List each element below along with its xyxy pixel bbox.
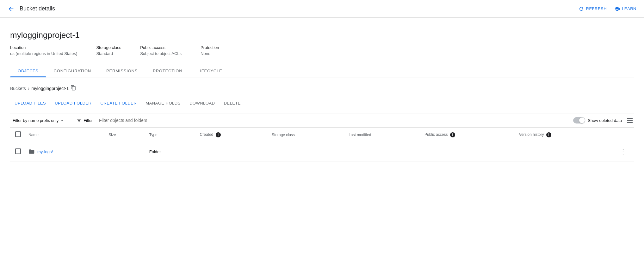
created-info-icon[interactable]: i: [216, 132, 221, 137]
filter-right: Show deleted data: [573, 117, 634, 124]
breadcrumb-current-label: myloggingproject-1: [31, 86, 69, 91]
th-type: Type: [144, 128, 195, 142]
public-access-info-icon[interactable]: i: [450, 132, 455, 137]
toggle-thumb: [579, 117, 585, 123]
row-checkbox-cell: [10, 142, 23, 161]
meta-location: Location us (multiple regions in United …: [10, 45, 77, 56]
row-checkbox[interactable]: [15, 148, 21, 154]
row-last-modified: —: [344, 142, 419, 161]
table-header: Name Size Type Created i Storage class L…: [10, 128, 634, 142]
row-created: —: [195, 142, 267, 161]
meta-public-access: Public access Subject to object ACLs: [140, 45, 182, 56]
page-title: Bucket details: [20, 5, 579, 12]
location-label: Location: [10, 45, 77, 50]
learn-label: LEARN: [622, 6, 636, 11]
table-header-row: Name Size Type Created i Storage class L…: [10, 128, 634, 142]
show-deleted-toggle[interactable]: [573, 117, 585, 123]
table-row: my-logs/ — Folder — — — — — ⋮: [10, 142, 634, 161]
th-name: Name: [23, 128, 103, 142]
density-icon[interactable]: [626, 117, 634, 124]
upload-folder-button[interactable]: UPLOAD FOLDER: [50, 98, 96, 108]
tab-protection[interactable]: PROTECTION: [145, 65, 190, 77]
manage-holds-button[interactable]: MANAGE HOLDS: [141, 98, 185, 108]
dropdown-arrow-icon: ▼: [60, 119, 64, 122]
density-line-3: [627, 122, 633, 123]
back-button[interactable]: [8, 5, 15, 12]
filter-icon-button[interactable]: Filter: [74, 117, 95, 124]
public-access-label: Public access: [140, 45, 182, 50]
create-folder-button[interactable]: CREATE FOLDER: [96, 98, 141, 108]
th-public-access: Public access i: [419, 128, 514, 142]
table-body: my-logs/ — Folder — — — — — ⋮: [10, 142, 634, 161]
version-history-info-icon[interactable]: i: [546, 132, 551, 137]
row-public-access: —: [419, 142, 514, 161]
download-button[interactable]: DOWNLOAD: [185, 98, 220, 108]
meta-storage-class: Storage class Standard: [96, 45, 121, 56]
row-name-link[interactable]: my-logs/: [37, 149, 53, 154]
copy-icon[interactable]: [71, 85, 76, 92]
tab-bar: OBJECTS CONFIGURATION PERMISSIONS PROTEC…: [10, 65, 634, 77]
tab-objects[interactable]: OBJECTS: [10, 65, 46, 77]
filter-divider: [70, 117, 70, 124]
th-select-all: [10, 128, 23, 142]
learn-button[interactable]: LEARN: [614, 6, 636, 12]
th-last-modified: Last modified: [344, 128, 419, 142]
row-name: my-logs/: [23, 142, 103, 161]
protection-value: None: [201, 51, 219, 56]
page-header: Bucket details REFRESH LEARN: [0, 0, 644, 18]
th-created: Created i: [195, 128, 267, 142]
upload-files-button[interactable]: UPLOAD FILES: [10, 98, 50, 108]
row-more-button[interactable]: ⋮: [617, 147, 629, 157]
location-value: us (multiple regions in United States): [10, 51, 77, 56]
filter-prefix-label: Filter by name prefix only: [13, 118, 59, 123]
row-storage-class: —: [267, 142, 344, 161]
breadcrumb: Buckets › myloggingproject-1: [10, 84, 634, 93]
tab-permissions[interactable]: PERMISSIONS: [99, 65, 145, 77]
action-bar: UPLOAD FILES UPLOAD FOLDER CREATE FOLDER…: [10, 98, 634, 108]
bucket-name: myloggingproject-1: [10, 30, 634, 40]
row-size: —: [103, 142, 144, 161]
select-all-checkbox[interactable]: [15, 131, 21, 137]
density-line-2: [627, 120, 633, 121]
bucket-metadata: Location us (multiple regions in United …: [10, 45, 634, 56]
density-line-1: [627, 118, 633, 119]
storage-class-label: Storage class: [96, 45, 121, 50]
tab-configuration[interactable]: CONFIGURATION: [46, 65, 99, 77]
th-size: Size: [103, 128, 144, 142]
filter-label: Filter: [84, 118, 93, 123]
breadcrumb-buckets[interactable]: Buckets: [10, 86, 26, 91]
protection-label: Protection: [201, 45, 219, 50]
storage-class-value: Standard: [96, 51, 121, 56]
th-version-history: Version history i: [514, 128, 612, 142]
delete-button[interactable]: DELETE: [219, 98, 245, 108]
filter-prefix-button[interactable]: Filter by name prefix only ▼: [10, 117, 66, 124]
th-storage-class: Storage class: [267, 128, 344, 142]
show-deleted-label: Show deleted data: [588, 118, 622, 123]
main-content: myloggingproject-1 Location us (multiple…: [0, 18, 644, 161]
tab-lifecycle[interactable]: LIFECYCLE: [190, 65, 230, 77]
breadcrumb-separator: ›: [28, 86, 29, 91]
public-access-value: Subject to object ACLs: [140, 51, 182, 56]
th-actions: [612, 128, 634, 142]
header-actions: REFRESH LEARN: [579, 6, 636, 12]
filter-input[interactable]: [99, 118, 569, 123]
breadcrumb-current: myloggingproject-1: [31, 85, 76, 92]
row-type: Folder: [144, 142, 195, 161]
show-deleted-toggle-container: Show deleted data: [573, 117, 622, 123]
refresh-label: REFRESH: [586, 6, 607, 11]
meta-protection: Protection None: [201, 45, 219, 56]
row-more-cell: ⋮: [612, 142, 634, 161]
objects-table: Name Size Type Created i Storage class L…: [10, 128, 634, 161]
refresh-button[interactable]: REFRESH: [579, 6, 607, 12]
row-version-history: —: [514, 142, 612, 161]
filter-bar: Filter by name prefix only ▼ Filter Show…: [10, 113, 634, 128]
